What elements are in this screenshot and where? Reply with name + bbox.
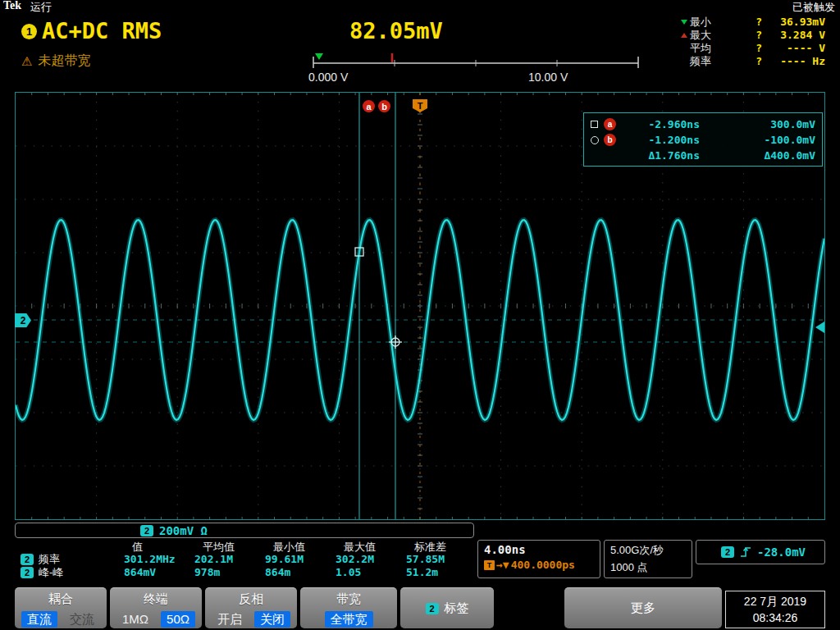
- scale-min-label: 0.000 V: [308, 71, 348, 84]
- menu-button-label[interactable]: 2 标签: [400, 587, 494, 628]
- channel2-scale-readout[interactable]: 2 200mV Ω: [15, 523, 474, 538]
- row-frequency-label: 2 频率: [15, 553, 121, 566]
- col-header-max: 最大值: [333, 540, 404, 553]
- acquisition-readout: 5.00G次/秒 1000 点: [604, 540, 692, 578]
- option-dc[interactable]: 直流: [21, 611, 57, 628]
- option-invert-off[interactable]: 关闭: [254, 611, 290, 628]
- stat-frequency: 频率 ? ---- Hz: [681, 55, 825, 67]
- menu-button-invert[interactable]: 反相 开启 关闭: [205, 587, 297, 628]
- menu-button-more[interactable]: 更多: [564, 587, 722, 628]
- warning-icon: ⚠: [21, 54, 32, 69]
- top-status-bar: Tek 运行 已被触发: [0, 0, 840, 12]
- option-ac[interactable]: 交流: [64, 611, 100, 628]
- sample-rate: 5.00G次/秒: [610, 543, 686, 558]
- date: 22 7月 2019: [744, 595, 806, 609]
- measurement-value: 82.05mV: [349, 18, 443, 43]
- col-header-min: 最小值: [262, 540, 333, 553]
- max-marker-icon: [681, 33, 690, 38]
- delay-arrow-icon: →▼: [496, 559, 509, 571]
- measurement-scale-bar: 0.000 V 10.00 V: [285, 52, 646, 85]
- channel2-badge: 2: [426, 603, 439, 614]
- trigger-level-value: -28.0mV: [757, 546, 806, 559]
- col-header-stddev: 标准差: [404, 540, 474, 553]
- cursor-delta-readout: Δ1.760ns Δ400.0mV: [591, 148, 815, 163]
- warning-text: 未超带宽: [38, 52, 90, 70]
- trigger-readout: 2 -28.0mV: [696, 540, 825, 564]
- menu-button-coupling[interactable]: 耦合 直流 交流: [15, 587, 107, 628]
- min-position-marker: [315, 53, 323, 60]
- col-header-mean: 平均值: [192, 540, 262, 553]
- scale-bar-graphic: [285, 52, 646, 69]
- stat-max: 最大 ? 3.284 V: [681, 29, 825, 41]
- menu-button-bandwidth[interactable]: 带宽 全带宽: [300, 587, 397, 628]
- channel2-badge: 2: [140, 525, 153, 536]
- trigger-delay-readout: T →▼ 400.0000ps: [484, 559, 594, 571]
- option-1mohm[interactable]: 1MΩ: [116, 611, 154, 628]
- option-full-bandwidth[interactable]: 全带宽: [325, 611, 373, 628]
- circle-marker-icon: [591, 136, 604, 144]
- menu-button-termination[interactable]: 终端 1MΩ 50Ω: [110, 587, 202, 628]
- measurement-stats: 最小 ? 36.93mV 最大 ? 3.284 V 平均 ? ---- V 频率…: [681, 16, 825, 68]
- row-pkpk-label: 2 峰-峰: [15, 566, 121, 579]
- measurement-type: AC+DC RMS: [42, 18, 162, 43]
- stat-min: 最小 ? 36.93mV: [681, 16, 825, 28]
- tek-logo: Tek: [3, 0, 21, 12]
- cursor-a-flag[interactable]: a: [363, 100, 375, 112]
- measurement-table: 值 平均值 最小值 最大值 标准差 2 频率 301.2MHz 202.1M 9…: [15, 540, 474, 579]
- option-50ohm[interactable]: 50Ω: [161, 611, 195, 628]
- datetime-display: 22 7月 2019 08:34:26: [725, 591, 825, 628]
- bandwidth-warning: ⚠ 未超带宽: [21, 52, 90, 70]
- measurement-header: 1 AC+DC RMS 82.05mV ⚠ 未超带宽 0.000 V 10.00…: [15, 13, 825, 87]
- stat-mean: 平均 ? ---- V: [681, 42, 825, 54]
- trigger-source-badge: 2: [721, 546, 734, 558]
- rising-edge-icon: [740, 546, 751, 559]
- col-header-value: 值: [121, 540, 192, 553]
- cursor-b-readout: b -1.200ns -100.0mV: [591, 132, 815, 148]
- cursor-b-flag[interactable]: b: [378, 100, 390, 112]
- min-marker-icon: [681, 20, 690, 25]
- record-length: 1000 点: [610, 560, 686, 575]
- trigger-level-arrow[interactable]: [815, 322, 824, 333]
- timebase-readout: 4.00ns T →▼ 400.0000ps: [477, 540, 600, 578]
- timebase-scale: 4.00ns: [484, 543, 594, 556]
- trigger-t-icon: T: [484, 560, 495, 570]
- channel2-scale-text: 200mV Ω: [159, 524, 208, 537]
- scale-max-label: 10.00 V: [528, 71, 568, 84]
- option-invert-on[interactable]: 开启: [212, 611, 248, 628]
- channel1-badge: 1: [21, 24, 37, 39]
- waveform-display: a b T 2 a -2.960ns 300.0mV b -1.200ns -1…: [15, 92, 825, 520]
- cursor-readout-panel: a -2.960ns 300.0mV b -1.200ns -100.0mV Δ…: [583, 112, 823, 167]
- cursor-a-badge: a: [604, 118, 616, 130]
- time: 08:34:26: [753, 611, 798, 624]
- cursor-a-readout: a -2.960ns 300.0mV: [591, 116, 815, 132]
- cursor-b-badge: b: [604, 134, 616, 146]
- square-marker-icon: [591, 121, 604, 128]
